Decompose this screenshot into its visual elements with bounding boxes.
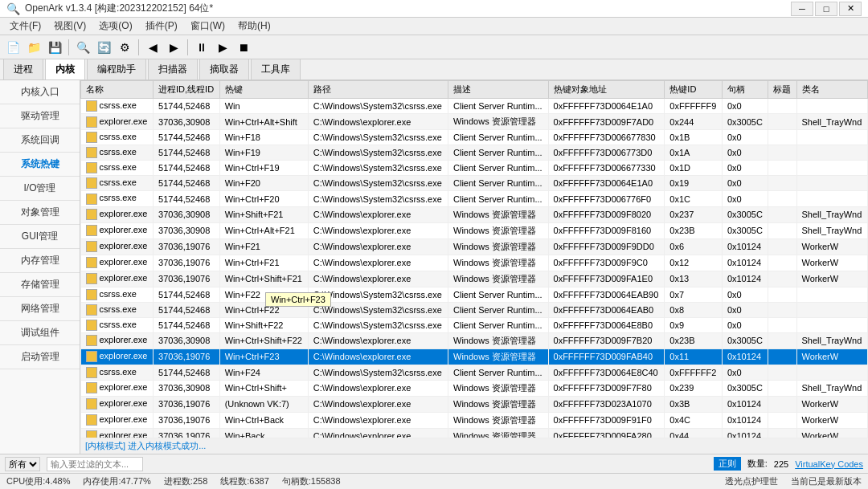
sidebar-item-gui-mgmt[interactable]: GUI管理: [0, 225, 80, 249]
table-row[interactable]: csrss.exe51744,52468Win+Ctrl+F20C:\Windo…: [81, 191, 868, 206]
content-area: 名称 进程ID,线程ID 热键 路径 描述 热键对象地址 热键ID 句柄 标题 …: [80, 80, 868, 454]
maximize-button[interactable]: □: [815, 2, 837, 16]
menu-options[interactable]: 选项(O): [92, 18, 138, 35]
row-process-icon: [86, 351, 97, 362]
bottom-bar: CPU使用:4.48% 内存使用:47.77% 进程数:258 线程数:6387…: [0, 473, 868, 489]
status-bar-right: 正则 数量: 225 VirtualKey Codes: [714, 457, 863, 471]
filter-input[interactable]: [47, 457, 143, 471]
sidebar-item-storage-mgmt[interactable]: 存储管理: [0, 273, 80, 297]
table-header-row: 名称 进程ID,线程ID 热键 路径 描述 热键对象地址 热键ID 句柄 标题 …: [81, 81, 868, 99]
sidebar-item-kernel-entry[interactable]: 内核入口: [0, 80, 80, 104]
toolbar-pause[interactable]: ⏸: [192, 38, 211, 57]
sidebar-item-object-mgmt[interactable]: 对象管理: [0, 201, 80, 225]
table-container[interactable]: 名称 进程ID,线程ID 热键 路径 描述 热键对象地址 热键ID 句柄 标题 …: [80, 80, 868, 438]
row-process-icon: [86, 367, 97, 378]
sidebar-item-network-mgmt[interactable]: 网络管理: [0, 297, 80, 321]
sidebar-item-startup-mgmt[interactable]: 启动管理: [0, 345, 80, 369]
sidebar-item-system-hotkey[interactable]: 系统热键: [0, 153, 80, 177]
table-row[interactable]: explorer.exe37036,19076Win+Ctrl+BackC:\W…: [81, 412, 868, 428]
table-row[interactable]: csrss.exe51744,52468Win+Shift+F22C:\Wind…: [81, 317, 868, 332]
row-process-icon: [86, 304, 97, 316]
menu-view[interactable]: 视图(V): [47, 18, 92, 35]
table-row[interactable]: explorer.exe37036,19076(Unknown VK:7)C:\…: [81, 396, 868, 412]
sidebar-item-debug-comp[interactable]: 调试组件: [0, 321, 80, 345]
row-process-icon: [86, 320, 97, 331]
toolbar-stop[interactable]: ⏹: [234, 38, 253, 57]
toolbar-search[interactable]: 🔍: [73, 38, 92, 57]
table-body: csrss.exe51744,52468WinC:\Windows\System…: [81, 99, 868, 438]
col-path[interactable]: 路径: [308, 81, 448, 99]
kernel-message[interactable]: [内核模式] 进入内核模式成功...: [80, 438, 868, 454]
table-row[interactable]: explorer.exe37036,30908Win+Ctrl+Alt+F21C…: [81, 222, 868, 238]
cpu-usage: CPU使用:4.48%: [6, 475, 70, 487]
toolbar-play[interactable]: ▶: [213, 38, 232, 57]
tab-kernel[interactable]: 内核: [45, 59, 85, 79]
main-layout: 内核入口 驱动管理 系统回调 系统热键 I/O管理 对象管理 GUI管理 内存管…: [0, 80, 868, 454]
virtual-key-button[interactable]: VirtualKey Codes: [795, 459, 863, 469]
tab-scanner[interactable]: 扫描器: [148, 59, 198, 79]
col-hotkey-addr[interactable]: 热键对象地址: [548, 81, 665, 99]
row-process-icon: [86, 147, 97, 158]
tab-process[interactable]: 进程: [3, 59, 43, 79]
col-pid-tid[interactable]: 进程ID,线程ID: [154, 81, 220, 99]
window-controls: ─ □ ✕: [791, 2, 862, 16]
table-row[interactable]: csrss.exe51744,52468Win+F19C:\Windows\Sy…: [81, 145, 868, 161]
toolbar-save[interactable]: 💾: [45, 38, 64, 57]
col-desc[interactable]: 描述: [448, 81, 549, 99]
toolbar: 📄 📁 💾 🔍 🔄 ⚙ ◀ ▶ ⏸ ▶ ⏹: [0, 35, 868, 59]
col-hotkey-id[interactable]: 热键ID: [665, 81, 723, 99]
toolbar-new[interactable]: 📄: [3, 38, 23, 57]
row-process-icon: [86, 225, 97, 236]
table-row[interactable]: csrss.exe51744,52468Win+F18C:\Windows\Sy…: [81, 130, 868, 145]
sidebar-item-memory-mgmt[interactable]: 内存管理: [0, 249, 80, 273]
table-row[interactable]: csrss.exe51744,52468Win+F20C:\Windows\Sy…: [81, 176, 868, 191]
tab-coding[interactable]: 编程助手: [87, 59, 146, 79]
row-process-icon: [86, 414, 97, 426]
table-row[interactable]: explorer.exe37036,30908Win+Shift+F21C:\W…: [81, 206, 868, 222]
col-handle[interactable]: 句柄: [722, 81, 768, 99]
menu-plugin[interactable]: 插件(P): [139, 18, 184, 35]
filter-type-select[interactable]: 所有: [5, 457, 40, 471]
col-hotkey[interactable]: 热键: [219, 81, 308, 99]
col-classname[interactable]: 类名: [796, 81, 867, 99]
tab-extractor[interactable]: 摘取器: [199, 59, 249, 79]
table-row[interactable]: explorer.exe37036,19076Win+Ctrl+Shift+F2…: [81, 271, 868, 287]
table-row[interactable]: csrss.exe51744,52468Win+F22C:\Windows\Sy…: [81, 287, 868, 302]
table-row[interactable]: csrss.exe51744,52468WinC:\Windows\System…: [81, 99, 868, 114]
menu-file[interactable]: 文件(F): [3, 18, 47, 35]
close-button[interactable]: ✕: [839, 2, 862, 16]
row-process-icon: [86, 335, 97, 346]
sidebar-item-io-mgmt[interactable]: I/O管理: [0, 177, 80, 201]
toolbar-refresh[interactable]: 🔄: [94, 38, 113, 57]
table-row[interactable]: explorer.exe37036,30908Win+Ctrl+Shift+F2…: [81, 332, 868, 348]
count-value: 225: [774, 459, 788, 469]
table-row[interactable]: explorer.exe37036,19076Win+BackC:\Window…: [81, 428, 868, 438]
tab-tools[interactable]: 工具库: [251, 59, 301, 79]
table-row[interactable]: explorer.exe37036,19076Win+Ctrl+F23C:\Wi…: [81, 348, 868, 365]
menu-help[interactable]: 帮助(H): [231, 18, 277, 35]
toolbar-open[interactable]: 📁: [24, 38, 43, 57]
toolbar-sep2: [138, 39, 139, 55]
table-row[interactable]: explorer.exe37036,30908Win+Ctrl+Shift+C:…: [81, 380, 868, 396]
row-process-icon: [86, 132, 97, 143]
mem-usage: 内存使用:47.77%: [83, 475, 150, 487]
toolbar-forward[interactable]: ▶: [164, 38, 183, 57]
table-row[interactable]: explorer.exe37036,30908Win+Ctrl+Alt+Shif…: [81, 114, 868, 130]
sidebar-item-system-callback[interactable]: 系统回调: [0, 128, 80, 153]
row-process-icon: [86, 194, 97, 205]
table-row[interactable]: csrss.exe51744,52468Win+Ctrl+F22C:\Windo…: [81, 302, 868, 317]
col-name[interactable]: 名称: [81, 81, 154, 99]
col-title[interactable]: 标题: [768, 81, 796, 99]
table-row[interactable]: explorer.exe37036,19076Win+Ctrl+F21C:\Wi…: [81, 255, 868, 271]
sidebar-item-driver-mgmt[interactable]: 驱动管理: [0, 104, 80, 128]
toolbar-back[interactable]: ◀: [143, 38, 162, 57]
row-process-icon: [86, 430, 97, 438]
menu-window[interactable]: 窗口(W): [184, 18, 231, 35]
row-process-icon: [86, 177, 97, 189]
table-row[interactable]: explorer.exe37036,19076Win+F21C:\Windows…: [81, 238, 868, 255]
minimize-button[interactable]: ─: [791, 2, 813, 16]
toolbar-settings[interactable]: ⚙: [115, 38, 134, 57]
table-row[interactable]: csrss.exe51744,52468Win+Ctrl+F19C:\Windo…: [81, 161, 868, 176]
process-count: 进程数:258: [164, 475, 207, 487]
table-row[interactable]: csrss.exe51744,52468Win+F24C:\Windows\Sy…: [81, 365, 868, 380]
